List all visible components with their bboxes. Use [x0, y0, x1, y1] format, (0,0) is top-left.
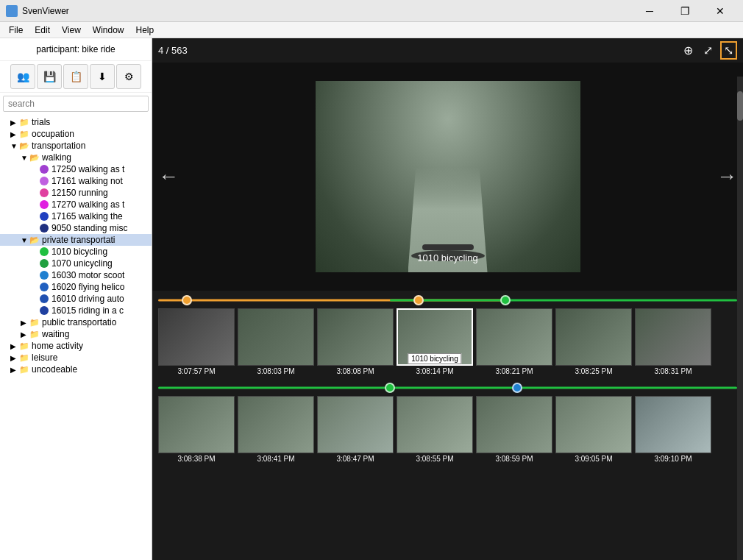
track-line-green [390, 300, 737, 302]
search-box [3, 96, 149, 112]
track-dot-2[interactable] [413, 295, 424, 305]
menu-window[interactable]: Window [87, 24, 130, 37]
thumb-item[interactable]: 3:08:31 PM [635, 308, 711, 375]
timeline-track-1 [158, 294, 737, 307]
thumb-item[interactable]: 3:08:21 PM [476, 308, 552, 375]
folder-icon: 📁 [19, 341, 29, 351]
folder-icon: 📁 [19, 130, 29, 139]
viewer-controls: ⊕ ⤢ ⤡ [680, 41, 737, 60]
thumb-item[interactable]: 3:07:57 PM [158, 308, 235, 375]
color-dot [40, 294, 49, 303]
menu-view[interactable]: View [56, 24, 87, 37]
close-button[interactable]: ✕ [703, 0, 737, 22]
tree-item-17250[interactable]: 17250 walking as t [0, 163, 152, 175]
tree-item-trials[interactable]: ▶ 📁 trials [0, 116, 152, 128]
menu-help[interactable]: Help [130, 24, 160, 37]
track-dot-3[interactable] [500, 295, 511, 305]
image-viewport: ← 1010 bicycling → [152, 63, 743, 291]
thumb-time: 3:08:31 PM [654, 367, 692, 375]
tree-label: waiting [42, 329, 69, 339]
nav-left-button[interactable]: ← [158, 165, 179, 188]
search-input[interactable] [3, 96, 149, 112]
thumb-item[interactable]: 3:08:55 PM [397, 396, 473, 463]
folder-icon: 📁 [19, 118, 29, 127]
expand-button[interactable]: ⤡ [720, 41, 737, 60]
arrow-icon: ▶ [10, 354, 19, 362]
tree-item-16020[interactable]: 16020 flying helico [0, 281, 152, 293]
tree-item-leisure[interactable]: ▶ 📁 leisure [0, 352, 152, 364]
nav-right-button[interactable]: → [717, 165, 737, 188]
tree-item-1010[interactable]: 1010 bicycling [0, 246, 152, 258]
scrollbar-thumb[interactable] [737, 91, 743, 121]
thumb-tooltip: 1010 bicycling [408, 353, 461, 364]
tree-item-16030[interactable]: 16030 motor scoot [0, 269, 152, 281]
thumb-item[interactable]: 3:09:05 PM [555, 396, 632, 463]
color-dot [40, 271, 49, 280]
thumb-item[interactable]: 3:08:59 PM [476, 396, 552, 463]
download-button[interactable]: ⬇ [90, 64, 115, 89]
tree-item-16010[interactable]: 16010 driving auto [0, 293, 152, 305]
tree-item-waiting[interactable]: ▶ 📁 waiting [0, 328, 152, 340]
tree-label: transportation [32, 141, 85, 151]
arrow-icon: ▶ [21, 319, 29, 327]
folder-icon: 📁 [19, 365, 29, 375]
thumb-item[interactable]: 3:08:41 PM [238, 396, 314, 463]
tree-label: 16015 riding in a c [51, 305, 124, 316]
tree-item-17270[interactable]: 17270 walking as t [0, 199, 152, 210]
zoom-button[interactable]: ⊕ [680, 41, 696, 60]
thumb-image [317, 308, 394, 366]
tree-item-1070[interactable]: 1070 unicycling [0, 258, 152, 269]
thumb-item[interactable]: 3:09:10 PM [635, 396, 711, 463]
tree-item-17165[interactable]: 17165 walking the [0, 210, 152, 222]
tree-item-12150[interactable]: 12150 running [0, 187, 152, 199]
tree-item-17161[interactable]: 17161 walking not [0, 175, 152, 187]
tree-item-transportation[interactable]: ▼ 📂 transportation [0, 140, 152, 152]
tree-label: 16010 driving auto [51, 294, 124, 304]
arrow-icon: ▼ [21, 236, 29, 244]
track-dot-4[interactable] [385, 383, 395, 393]
image-caption: 1010 bicycling [417, 252, 477, 263]
timeline-row-1 [152, 291, 743, 307]
color-dot [40, 224, 49, 233]
tree-item-public[interactable]: ▶ 📁 public transportatio [0, 316, 152, 328]
tree-label: 16020 flying helico [51, 282, 124, 292]
track-dot-1[interactable] [182, 295, 192, 305]
thumb-item[interactable]: 3:08:38 PM [158, 396, 235, 463]
save-button[interactable]: 💾 [37, 64, 62, 89]
tree-label: public transportatio [42, 317, 116, 327]
folder-icon: 📁 [29, 318, 40, 327]
tree-item-9050[interactable]: 9050 standing misc [0, 222, 152, 234]
thumb-time: 3:08:55 PM [416, 455, 453, 463]
tree-label: 16030 motor scoot [51, 270, 124, 280]
restore-button[interactable]: ❐ [668, 0, 702, 22]
arrow-icon: ▶ [21, 330, 29, 339]
fit-button[interactable]: ⤢ [700, 41, 716, 60]
tree-item-private[interactable]: ▼ 📂 private transportati [0, 234, 152, 246]
tree-item-occupation[interactable]: ▶ 📁 occupation [0, 128, 152, 140]
minimize-button[interactable]: ─ [633, 0, 666, 22]
thumb-image [476, 308, 552, 366]
tree-item-uncodeable[interactable]: ▶ 📁 uncodeable [0, 364, 152, 375]
thumb-item[interactable]: 3:08:08 PM [317, 308, 394, 375]
tree-label: 17165 walking the [51, 211, 123, 221]
menu-file[interactable]: File [3, 24, 29, 37]
tree-item-walking[interactable]: ▼ 📂 walking [0, 152, 152, 163]
thumbnails-row-1: 3:07:57 PM 3:08:03 PM 3:08:08 PM 1010 bi… [152, 308, 743, 378]
thumb-item-selected[interactable]: 1010 bicycling 3:08:14 PM [397, 308, 473, 375]
arrow-icon: ▶ [10, 118, 19, 127]
people-button[interactable]: 👥 [10, 64, 35, 89]
thumb-image [238, 308, 314, 366]
settings-button[interactable]: ⚙ [116, 64, 141, 89]
tree-item-16015[interactable]: 16015 riding in a c [0, 305, 152, 316]
thumb-time: 3:08:03 PM [257, 367, 294, 375]
thumb-item[interactable]: 3:08:47 PM [317, 396, 394, 463]
thumb-item[interactable]: 3:08:03 PM [238, 308, 314, 375]
tree-label: uncodeable [32, 364, 77, 375]
color-dot [40, 247, 49, 256]
document-button[interactable]: 📋 [63, 64, 88, 89]
track-dot-5[interactable] [512, 383, 522, 393]
tree-item-home-activity[interactable]: ▶ 📁 home activity [0, 340, 152, 352]
tree-label: walking [42, 152, 71, 163]
menu-edit[interactable]: Edit [29, 24, 56, 37]
thumb-item[interactable]: 3:08:25 PM [555, 308, 632, 375]
